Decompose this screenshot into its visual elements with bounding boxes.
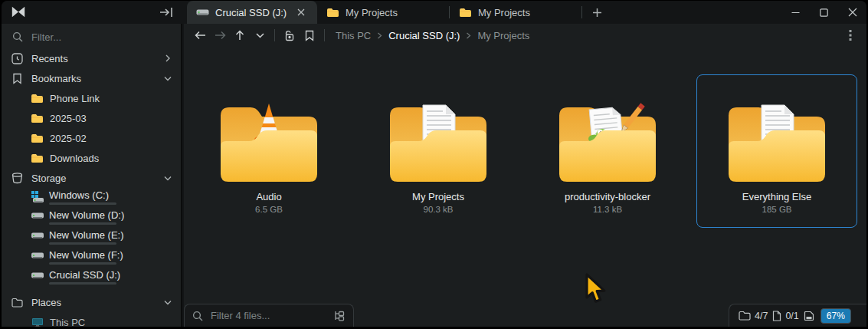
sidebar-item-recents[interactable]: Recents	[2, 48, 181, 68]
filter-options-icon[interactable]	[333, 310, 346, 322]
breadcrumb-chevron-icon	[377, 32, 382, 39]
sidebar-filter[interactable]	[9, 27, 173, 47]
breadcrumb: This PC Crucial SSD (J:) My Projects	[336, 30, 529, 41]
tab-crucial-ssd[interactable]: Crucial SSD (J:)	[187, 1, 317, 24]
maximize-icon[interactable]	[810, 1, 838, 24]
chevron-down-icon[interactable]	[164, 298, 172, 306]
file-filter-panel[interactable]	[184, 304, 354, 327]
sidebar-drive-f[interactable]: New Volume (F:)	[2, 248, 181, 268]
chevron-down-icon[interactable]	[164, 74, 172, 82]
file-count-value: 0/1	[785, 311, 798, 321]
tab-label: Crucial SSD (J:)	[215, 7, 288, 18]
zoom-level-badge[interactable]: 67%	[821, 308, 851, 324]
sidebar-item-label: Recents	[31, 53, 68, 64]
file-grid: Audio 6.5 GB	[184, 47, 866, 327]
more-options-icon[interactable]	[840, 26, 860, 44]
folder-icon	[31, 133, 44, 143]
file-size: 11.3 kB	[593, 205, 622, 214]
file-tile-productivity-blocker[interactable]: productivity-blocker 11.3 kB	[527, 74, 688, 228]
file-count: 0/1	[772, 311, 798, 321]
monitor-icon	[31, 317, 44, 327]
drive-usage-gauge	[49, 282, 116, 285]
toolbar-separator	[274, 29, 275, 41]
tab-label: My Projects	[478, 7, 572, 18]
sidebar-drive-e[interactable]: New Volume (E:)	[2, 228, 181, 248]
back-icon[interactable]	[190, 26, 210, 44]
app-logo-icon	[11, 5, 26, 18]
sidebar-filter-input[interactable]	[30, 31, 145, 44]
new-tab-icon[interactable]	[587, 3, 607, 21]
sidebar-item-label: Downloads	[50, 153, 99, 164]
breadcrumb-crucial-ssd[interactable]: Crucial SSD (J:)	[388, 30, 460, 41]
file-name: Everything Else	[742, 191, 811, 202]
drive-icon	[31, 211, 44, 220]
breadcrumb-this-pc[interactable]: This PC	[336, 30, 371, 41]
tab-my-projects-1[interactable]: My Projects	[317, 1, 449, 24]
breadcrumb-chevron-icon	[466, 32, 471, 39]
tab-separator	[581, 6, 582, 18]
file-name: productivity-blocker	[565, 191, 650, 202]
sidebar-section-label: Storage	[31, 173, 67, 184]
sidebar-drive-windows-c[interactable]: Windows (C:)	[2, 188, 181, 208]
folder-icon	[31, 114, 44, 123]
file-filter-input[interactable]	[209, 309, 327, 322]
file-tile-audio[interactable]: Audio 6.5 GB	[188, 74, 349, 228]
sidebar-item-label: Phone Link	[50, 93, 100, 104]
file-name: Audio	[256, 191, 281, 202]
sidebar-section-storage[interactable]: Storage	[2, 168, 181, 188]
status-panel: 4/7 0/1 67%	[729, 304, 866, 327]
bookmark-icon[interactable]	[300, 26, 319, 44]
sidebar-item-label: 2025-02	[50, 133, 87, 144]
file-size: 90.3 kB	[424, 205, 454, 214]
tab-my-projects-2[interactable]: My Projects	[450, 1, 581, 24]
file-tile-my-projects[interactable]: My Projects 90.3 kB	[358, 74, 519, 228]
folder-count-value: 4/7	[755, 311, 768, 321]
drive-usage-gauge	[49, 262, 116, 265]
sidebar-item-downloads[interactable]: Downloads	[2, 148, 181, 168]
disk-usage-icon	[804, 311, 814, 321]
tab-bar: Crucial SSD (J:) My Projects M	[187, 1, 607, 24]
toolbar: This PC Crucial SSD (J:) My Projects	[184, 24, 866, 47]
sidebar-item-2025-02[interactable]: 2025-02	[2, 128, 181, 148]
sidebar-section-bookmarks[interactable]: Bookmarks	[2, 68, 181, 88]
file-tile-everything-else[interactable]: Everything Else 185 GB	[696, 74, 857, 228]
tab-label: My Projects	[346, 7, 440, 18]
search-icon	[12, 31, 23, 42]
folder-icon	[31, 153, 44, 163]
folder-documents-icon	[723, 96, 830, 183]
sidebar-section-places[interactable]: Places	[2, 292, 181, 312]
main-panel: This PC Crucial SSD (J:) My Projects	[184, 24, 866, 327]
drive-icon	[31, 271, 44, 280]
sidebar-item-2025-03[interactable]: 2025-03	[2, 108, 181, 128]
titlebar: Crucial SSD (J:) My Projects M	[2, 1, 866, 24]
minimize-icon[interactable]	[781, 1, 810, 24]
window-controls	[781, 1, 866, 24]
close-window-icon[interactable]	[838, 1, 866, 24]
breadcrumb-my-projects[interactable]: My Projects	[477, 30, 529, 41]
folder-count: 4/7	[739, 311, 768, 321]
sidebar-item-label: This PC	[50, 317, 85, 327]
windows-drive-icon	[31, 191, 44, 203]
sidebar-section-label: Places	[31, 297, 61, 308]
history-chevron-icon[interactable]	[250, 26, 270, 44]
sidebar-drive-crucial-j[interactable]: Crucial SSD (J:)	[2, 268, 181, 288]
drive-icon	[31, 251, 44, 260]
sidebar-item-phone-link[interactable]: Phone Link	[2, 88, 181, 108]
chevron-right-icon[interactable]	[164, 54, 172, 62]
clock-icon	[11, 53, 24, 64]
sidebar: Recents Bookmarks Phone Link	[2, 24, 182, 327]
folder-icon	[459, 8, 472, 18]
drive-icon	[31, 231, 44, 240]
forward-icon[interactable]	[210, 26, 230, 44]
collapse-sidebar-icon[interactable]	[156, 4, 176, 21]
up-icon[interactable]	[230, 26, 250, 44]
chevron-down-icon[interactable]	[164, 174, 172, 182]
sidebar-item-this-pc[interactable]: This PC	[2, 312, 181, 327]
drive-label: New Volume (E:)	[49, 229, 124, 241]
tab-close-icon[interactable]	[294, 5, 308, 19]
drive-usage-gauge	[49, 222, 116, 225]
sidebar-section-label: Bookmarks	[31, 73, 81, 84]
drive-label: New Volume (D:)	[49, 209, 124, 221]
unlock-icon[interactable]	[280, 26, 300, 44]
sidebar-drive-d[interactable]: New Volume (D:)	[2, 208, 181, 228]
